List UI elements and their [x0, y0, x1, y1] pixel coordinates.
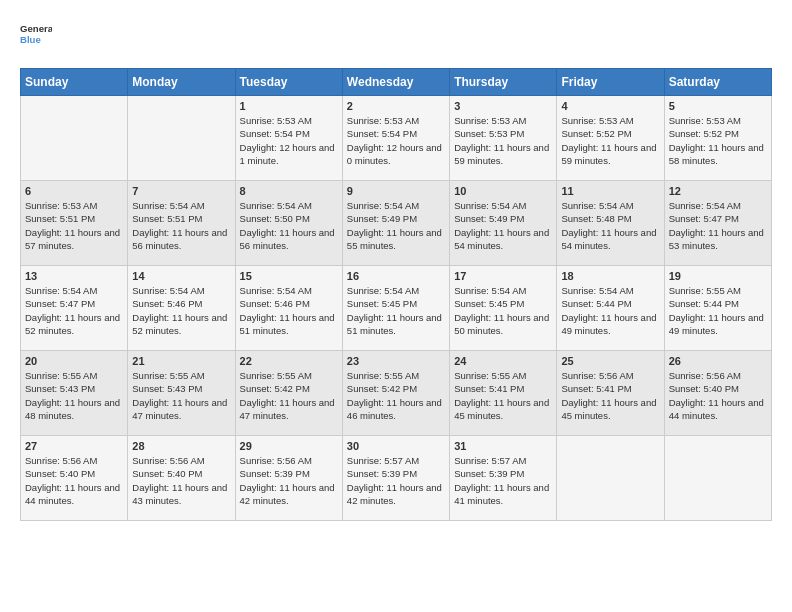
- calendar-cell: 27 Sunrise: 5:56 AMSunset: 5:40 PMDaylig…: [21, 436, 128, 521]
- calendar-cell: 16 Sunrise: 5:54 AMSunset: 5:45 PMDaylig…: [342, 266, 449, 351]
- calendar-cell: 1 Sunrise: 5:53 AMSunset: 5:54 PMDayligh…: [235, 96, 342, 181]
- calendar-cell: 25 Sunrise: 5:56 AMSunset: 5:41 PMDaylig…: [557, 351, 664, 436]
- day-number: 19: [669, 270, 767, 282]
- calendar-cell: 11 Sunrise: 5:54 AMSunset: 5:48 PMDaylig…: [557, 181, 664, 266]
- day-info: Sunrise: 5:53 AMSunset: 5:53 PMDaylight:…: [454, 114, 552, 167]
- calendar-cell: 7 Sunrise: 5:54 AMSunset: 5:51 PMDayligh…: [128, 181, 235, 266]
- day-info: Sunrise: 5:57 AMSunset: 5:39 PMDaylight:…: [347, 454, 445, 507]
- day-info: Sunrise: 5:55 AMSunset: 5:44 PMDaylight:…: [669, 284, 767, 337]
- calendar-cell: 30 Sunrise: 5:57 AMSunset: 5:39 PMDaylig…: [342, 436, 449, 521]
- day-info: Sunrise: 5:54 AMSunset: 5:50 PMDaylight:…: [240, 199, 338, 252]
- header-monday: Monday: [128, 69, 235, 96]
- page-header: General Blue: [20, 20, 772, 52]
- week-row-2: 6 Sunrise: 5:53 AMSunset: 5:51 PMDayligh…: [21, 181, 772, 266]
- day-info: Sunrise: 5:53 AMSunset: 5:52 PMDaylight:…: [561, 114, 659, 167]
- day-info: Sunrise: 5:55 AMSunset: 5:41 PMDaylight:…: [454, 369, 552, 422]
- day-number: 29: [240, 440, 338, 452]
- day-info: Sunrise: 5:56 AMSunset: 5:40 PMDaylight:…: [132, 454, 230, 507]
- day-number: 18: [561, 270, 659, 282]
- day-info: Sunrise: 5:54 AMSunset: 5:45 PMDaylight:…: [347, 284, 445, 337]
- svg-text:Blue: Blue: [20, 34, 41, 45]
- calendar-cell: 12 Sunrise: 5:54 AMSunset: 5:47 PMDaylig…: [664, 181, 771, 266]
- calendar-cell: [664, 436, 771, 521]
- day-number: 21: [132, 355, 230, 367]
- day-info: Sunrise: 5:54 AMSunset: 5:49 PMDaylight:…: [347, 199, 445, 252]
- calendar-cell: 9 Sunrise: 5:54 AMSunset: 5:49 PMDayligh…: [342, 181, 449, 266]
- day-info: Sunrise: 5:54 AMSunset: 5:46 PMDaylight:…: [240, 284, 338, 337]
- day-number: 17: [454, 270, 552, 282]
- day-number: 10: [454, 185, 552, 197]
- day-number: 31: [454, 440, 552, 452]
- day-number: 11: [561, 185, 659, 197]
- calendar-cell: 5 Sunrise: 5:53 AMSunset: 5:52 PMDayligh…: [664, 96, 771, 181]
- header-row: SundayMondayTuesdayWednesdayThursdayFrid…: [21, 69, 772, 96]
- day-number: 14: [132, 270, 230, 282]
- calendar-cell: 21 Sunrise: 5:55 AMSunset: 5:43 PMDaylig…: [128, 351, 235, 436]
- calendar-cell: 8 Sunrise: 5:54 AMSunset: 5:50 PMDayligh…: [235, 181, 342, 266]
- day-number: 5: [669, 100, 767, 112]
- calendar-cell: 14 Sunrise: 5:54 AMSunset: 5:46 PMDaylig…: [128, 266, 235, 351]
- calendar-cell: 2 Sunrise: 5:53 AMSunset: 5:54 PMDayligh…: [342, 96, 449, 181]
- calendar-cell: 29 Sunrise: 5:56 AMSunset: 5:39 PMDaylig…: [235, 436, 342, 521]
- day-number: 2: [347, 100, 445, 112]
- day-info: Sunrise: 5:54 AMSunset: 5:51 PMDaylight:…: [132, 199, 230, 252]
- calendar-cell: [128, 96, 235, 181]
- day-info: Sunrise: 5:54 AMSunset: 5:45 PMDaylight:…: [454, 284, 552, 337]
- day-info: Sunrise: 5:54 AMSunset: 5:48 PMDaylight:…: [561, 199, 659, 252]
- day-number: 20: [25, 355, 123, 367]
- calendar-cell: 17 Sunrise: 5:54 AMSunset: 5:45 PMDaylig…: [450, 266, 557, 351]
- day-number: 8: [240, 185, 338, 197]
- day-info: Sunrise: 5:54 AMSunset: 5:49 PMDaylight:…: [454, 199, 552, 252]
- calendar-cell: 10 Sunrise: 5:54 AMSunset: 5:49 PMDaylig…: [450, 181, 557, 266]
- day-number: 13: [25, 270, 123, 282]
- logo: General Blue: [20, 20, 52, 52]
- header-sunday: Sunday: [21, 69, 128, 96]
- day-number: 27: [25, 440, 123, 452]
- calendar-cell: 18 Sunrise: 5:54 AMSunset: 5:44 PMDaylig…: [557, 266, 664, 351]
- day-number: 28: [132, 440, 230, 452]
- calendar-cell: 13 Sunrise: 5:54 AMSunset: 5:47 PMDaylig…: [21, 266, 128, 351]
- day-number: 16: [347, 270, 445, 282]
- day-info: Sunrise: 5:55 AMSunset: 5:42 PMDaylight:…: [240, 369, 338, 422]
- calendar-cell: 24 Sunrise: 5:55 AMSunset: 5:41 PMDaylig…: [450, 351, 557, 436]
- calendar-cell: 23 Sunrise: 5:55 AMSunset: 5:42 PMDaylig…: [342, 351, 449, 436]
- header-friday: Friday: [557, 69, 664, 96]
- day-info: Sunrise: 5:55 AMSunset: 5:42 PMDaylight:…: [347, 369, 445, 422]
- day-number: 15: [240, 270, 338, 282]
- calendar-cell: 22 Sunrise: 5:55 AMSunset: 5:42 PMDaylig…: [235, 351, 342, 436]
- header-saturday: Saturday: [664, 69, 771, 96]
- day-number: 9: [347, 185, 445, 197]
- day-number: 25: [561, 355, 659, 367]
- week-row-1: 1 Sunrise: 5:53 AMSunset: 5:54 PMDayligh…: [21, 96, 772, 181]
- calendar-cell: 4 Sunrise: 5:53 AMSunset: 5:52 PMDayligh…: [557, 96, 664, 181]
- day-info: Sunrise: 5:54 AMSunset: 5:44 PMDaylight:…: [561, 284, 659, 337]
- day-number: 23: [347, 355, 445, 367]
- calendar-table: SundayMondayTuesdayWednesdayThursdayFrid…: [20, 68, 772, 521]
- day-info: Sunrise: 5:57 AMSunset: 5:39 PMDaylight:…: [454, 454, 552, 507]
- calendar-cell: [557, 436, 664, 521]
- header-wednesday: Wednesday: [342, 69, 449, 96]
- header-thursday: Thursday: [450, 69, 557, 96]
- calendar-cell: [21, 96, 128, 181]
- week-row-4: 20 Sunrise: 5:55 AMSunset: 5:43 PMDaylig…: [21, 351, 772, 436]
- day-info: Sunrise: 5:53 AMSunset: 5:51 PMDaylight:…: [25, 199, 123, 252]
- header-tuesday: Tuesday: [235, 69, 342, 96]
- day-number: 22: [240, 355, 338, 367]
- day-info: Sunrise: 5:56 AMSunset: 5:41 PMDaylight:…: [561, 369, 659, 422]
- day-info: Sunrise: 5:55 AMSunset: 5:43 PMDaylight:…: [25, 369, 123, 422]
- day-number: 30: [347, 440, 445, 452]
- week-row-3: 13 Sunrise: 5:54 AMSunset: 5:47 PMDaylig…: [21, 266, 772, 351]
- day-number: 1: [240, 100, 338, 112]
- day-number: 3: [454, 100, 552, 112]
- logo-icon: General Blue: [20, 20, 52, 52]
- day-info: Sunrise: 5:53 AMSunset: 5:54 PMDaylight:…: [347, 114, 445, 167]
- day-number: 6: [25, 185, 123, 197]
- day-number: 24: [454, 355, 552, 367]
- calendar-cell: 26 Sunrise: 5:56 AMSunset: 5:40 PMDaylig…: [664, 351, 771, 436]
- day-number: 4: [561, 100, 659, 112]
- day-info: Sunrise: 5:54 AMSunset: 5:47 PMDaylight:…: [669, 199, 767, 252]
- day-info: Sunrise: 5:54 AMSunset: 5:46 PMDaylight:…: [132, 284, 230, 337]
- day-number: 26: [669, 355, 767, 367]
- calendar-cell: 3 Sunrise: 5:53 AMSunset: 5:53 PMDayligh…: [450, 96, 557, 181]
- calendar-cell: 20 Sunrise: 5:55 AMSunset: 5:43 PMDaylig…: [21, 351, 128, 436]
